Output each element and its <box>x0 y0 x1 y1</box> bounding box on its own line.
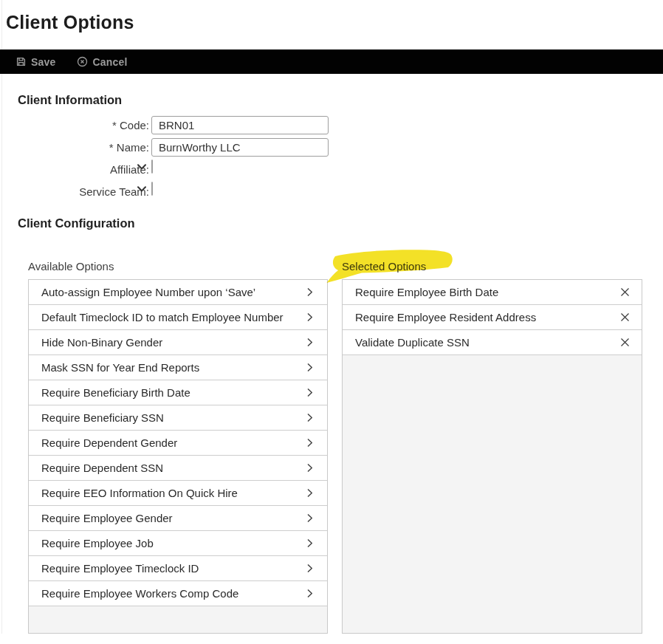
chevron-right-icon[interactable] <box>304 362 316 374</box>
option-label: Hide Non-Binary Gender <box>41 336 162 349</box>
option-label: Require Employee Resident Address <box>355 311 536 323</box>
save-floppy-icon <box>15 56 27 68</box>
chevron-right-icon[interactable] <box>304 462 316 474</box>
option-label: Default Timeclock ID to match Employee N… <box>41 311 284 323</box>
client-configuration-heading: Client Configuration <box>18 216 135 230</box>
chevron-right-icon[interactable] <box>304 538 316 549</box>
chevron-right-icon[interactable] <box>304 337 316 349</box>
available-option-row[interactable]: Require Beneficiary SSN <box>29 405 327 431</box>
page-title: Client Options <box>6 12 134 33</box>
available-options-list: Auto-assign Employee Number upon ‘Save’D… <box>28 279 328 634</box>
option-label: Mask SSN for Year End Reports <box>41 361 199 374</box>
available-option-row[interactable]: Require Beneficiary Birth Date <box>29 380 327 405</box>
available-option-row[interactable]: Require Dependent Gender <box>29 431 327 456</box>
cancel-button-label: Cancel <box>93 56 128 68</box>
remove-x-icon[interactable] <box>619 337 631 349</box>
available-options-label: Available Options <box>28 260 114 273</box>
available-option-row[interactable]: Require Employee Job <box>29 531 327 556</box>
code-input[interactable] <box>151 116 329 134</box>
option-label: Require Beneficiary Birth Date <box>41 386 190 399</box>
chevron-right-icon[interactable] <box>304 412 316 424</box>
option-label: Require Employee Job <box>41 537 154 549</box>
name-label: * Name: <box>0 138 149 157</box>
available-option-row[interactable]: Hide Non-Binary Gender <box>29 330 327 355</box>
option-label: Require Dependent Gender <box>41 436 177 449</box>
chevron-right-icon[interactable] <box>304 437 316 449</box>
chevron-right-icon[interactable] <box>304 513 316 524</box>
option-label: Auto-assign Employee Number upon ‘Save’ <box>41 286 255 298</box>
available-option-row[interactable]: Require EEO Information On Quick Hire <box>29 481 327 506</box>
selected-option-row[interactable]: Validate Duplicate SSN <box>343 330 642 355</box>
chevron-right-icon[interactable] <box>304 563 316 575</box>
affiliate-label: Affiliate: <box>0 160 149 179</box>
available-option-row[interactable]: Require Employee Timeclock ID <box>29 556 327 581</box>
available-option-row[interactable]: Require Employee Workers Comp Code <box>29 581 327 606</box>
name-input[interactable] <box>151 138 329 157</box>
selected-option-row[interactable]: Require Employee Birth Date <box>343 280 642 305</box>
selected-options-label: Selected Options <box>342 260 426 273</box>
selected-options-list: Require Employee Birth DateRequire Emplo… <box>342 279 642 634</box>
chevron-right-icon[interactable] <box>304 312 316 323</box>
remove-x-icon[interactable] <box>619 312 631 323</box>
option-label: Require Employee Birth Date <box>355 286 498 298</box>
chevron-right-icon[interactable] <box>304 487 316 499</box>
cancel-button[interactable]: Cancel <box>77 56 128 68</box>
save-button-label: Save <box>31 56 56 68</box>
code-label: * Code: <box>0 116 149 134</box>
cancel-circle-x-icon <box>77 56 89 68</box>
client-options-page: Client Options Save Cancel Client Infor <box>0 0 663 644</box>
page-left-border <box>1 0 2 634</box>
action-toolbar: Save Cancel <box>0 49 663 74</box>
option-label: Require Employee Timeclock ID <box>41 562 199 575</box>
option-label: Require Beneficiary SSN <box>41 411 164 424</box>
chevron-down-icon <box>137 164 146 170</box>
available-option-row[interactable]: Default Timeclock ID to match Employee N… <box>29 305 327 330</box>
option-label: Require Employee Gender <box>41 512 173 524</box>
available-option-row[interactable]: Auto-assign Employee Number upon ‘Save’ <box>29 280 327 305</box>
chevron-right-icon[interactable] <box>304 287 316 298</box>
remove-x-icon[interactable] <box>619 287 631 298</box>
option-label: Validate Duplicate SSN <box>355 336 470 349</box>
client-information-heading: Client Information <box>18 93 122 107</box>
chevron-right-icon[interactable] <box>304 588 316 600</box>
available-option-row[interactable]: Require Dependent SSN <box>29 456 327 481</box>
available-option-row[interactable]: Mask SSN for Year End Reports <box>29 355 327 380</box>
selected-option-row[interactable]: Require Employee Resident Address <box>343 305 642 330</box>
save-button[interactable]: Save <box>15 56 56 68</box>
option-label: Require Employee Workers Comp Code <box>41 587 238 600</box>
affiliate-select[interactable] <box>151 160 153 174</box>
chevron-right-icon[interactable] <box>304 387 316 399</box>
service-team-label: Service Team: <box>0 182 149 201</box>
chevron-down-icon <box>137 186 146 192</box>
service-team-select[interactable] <box>151 182 153 196</box>
option-label: Require Dependent SSN <box>41 462 163 474</box>
option-label: Require EEO Information On Quick Hire <box>41 487 238 499</box>
available-option-row[interactable]: Require Employee Gender <box>29 506 327 531</box>
